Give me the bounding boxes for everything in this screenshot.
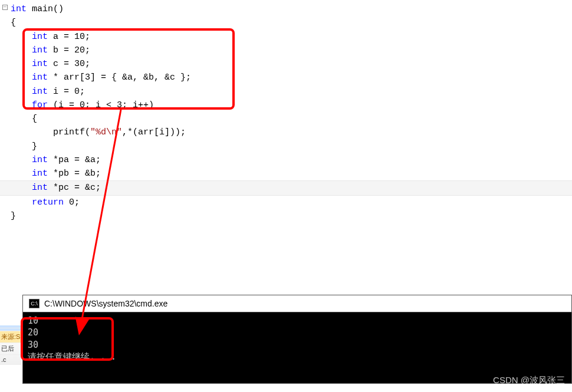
code-line: int i = 0; [0, 85, 572, 98]
console-window: C:\ C:\WINDOWS\system32\cmd.exe 10 20 30… [22, 295, 572, 384]
console-title-bar[interactable]: C:\ C:\WINDOWS\system32\cmd.exe [23, 295, 571, 312]
fold-toggle[interactable]: − [1, 2, 8, 12]
code-line: return 0; [0, 196, 572, 209]
code-line: int *pb = &b; [0, 167, 572, 180]
code-line: int *pa = &a; [0, 153, 572, 167]
code-line: } [0, 209, 572, 223]
cmd-icon: C:\ [29, 299, 40, 308]
console-line: 30 [28, 339, 567, 351]
code-line-current: int *pc = &c; [0, 180, 572, 195]
code-line: int b = 20; [0, 44, 572, 57]
console-line: 10 [28, 315, 567, 327]
code-line: int c = 30; [0, 57, 572, 71]
console-title-text: C:\WINDOWS\system32\cmd.exe [44, 299, 167, 308]
code-line: −int main() [0, 2, 572, 16]
left-sidebar-fragment: 来源:S 已后 .c [0, 325, 21, 365]
console-line: 请按任意键继续. . . [28, 351, 567, 363]
code-editor[interactable]: −int main() { int a = 10; int b = 20; in… [0, 0, 572, 225]
code-line: { [0, 16, 572, 29]
code-line: for (i = 0; i < 3; i++) [0, 98, 572, 112]
console-line: 20 [28, 327, 567, 338]
code-line: } [0, 140, 572, 153]
sidebar-item[interactable]: 来源:S [0, 331, 21, 343]
sidebar-item[interactable]: .c [0, 355, 21, 365]
code-line: int a = 10; [0, 30, 572, 44]
code-line: printf("%d\n",*(arr[i])); [0, 126, 572, 139]
sidebar-item[interactable]: 已后 [0, 343, 21, 355]
console-output[interactable]: 10 20 30 请按任意键继续. . . [23, 312, 571, 383]
code-line: { [0, 112, 572, 126]
code-line: int * arr[3] = { &a, &b, &c }; [0, 71, 572, 84]
